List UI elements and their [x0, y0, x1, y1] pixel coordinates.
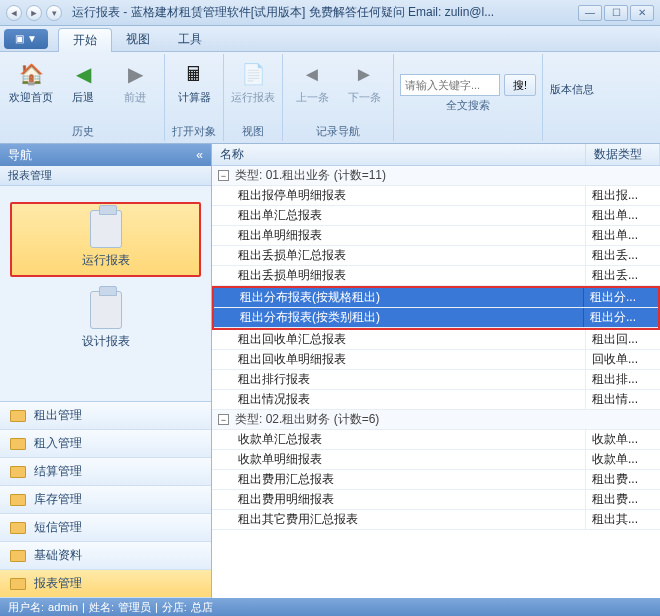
nav-panel: 导航« 报表管理 运行报表 设计报表 租出管理租入管理结算管理库存管理短信管理基… [0, 144, 212, 598]
tab-start[interactable]: 开始 [58, 28, 112, 52]
table-row[interactable]: 租出单汇总报表租出单... [212, 206, 660, 226]
next-icon: ► [350, 60, 378, 88]
window-title: 运行报表 - 蓝格建材租赁管理软件[试用版本] 免费解答任何疑问 Email: … [72, 4, 494, 21]
table-row[interactable]: 租出分布报表(按规格租出)租出分... [214, 288, 658, 308]
nav-item-6[interactable]: 报表管理 [0, 570, 211, 598]
group-row[interactable]: −类型: 01.租出业务 (计数=11) [212, 166, 660, 186]
nav-collapse-icon[interactable]: « [196, 148, 203, 162]
collapse-icon[interactable]: − [218, 414, 229, 425]
folder-icon [10, 578, 26, 590]
report-icon: 📄 [239, 60, 267, 88]
ribbon-group-version: 版本信息 [543, 54, 601, 141]
table-row[interactable]: 租出排行报表租出排... [212, 370, 660, 390]
nav-item-1[interactable]: 租入管理 [0, 430, 211, 458]
version-button[interactable]: 版本信息 [549, 56, 595, 125]
nav-item-2[interactable]: 结算管理 [0, 458, 211, 486]
ribbon-group-recnav: ◄上一条 ►下一条 记录导航 [283, 54, 394, 141]
home-icon: 🏠 [17, 60, 45, 88]
sys-fwd-icon[interactable]: ► [26, 5, 42, 21]
table-row[interactable]: 租出丢损单明细报表租出丢... [212, 266, 660, 286]
app-menu-button[interactable]: ▣ ▼ [4, 29, 48, 49]
card-run-report[interactable]: 运行报表 [10, 202, 201, 277]
folder-icon [10, 466, 26, 478]
folder-icon [10, 550, 26, 562]
ribbon: 🏠欢迎首页 ◀后退 ▶前进 历史 🖩计算器 打开对象 📄运行报表 视图 ◄上一条… [0, 52, 660, 144]
table-row[interactable]: 租出单明细报表租出单... [212, 226, 660, 246]
back-button[interactable]: ◀后退 [60, 56, 106, 122]
nav-accordion: 租出管理租入管理结算管理库存管理短信管理基础资料报表管理 [0, 401, 211, 598]
clipboard-icon [90, 210, 122, 248]
title-bar: ◄ ► ▾ 运行报表 - 蓝格建材租赁管理软件[试用版本] 免费解答任何疑问 E… [0, 0, 660, 26]
tab-view[interactable]: 视图 [112, 28, 164, 52]
forward-icon: ▶ [121, 60, 149, 88]
grid-body: −类型: 01.租出业务 (计数=11)租出报停单明细报表租出报...租出单汇总… [212, 166, 660, 598]
nav-body: 运行报表 设计报表 [0, 186, 211, 401]
grid-header: 名称 数据类型 [212, 144, 660, 166]
table-row[interactable]: 租出分布报表(按类别租出)租出分... [214, 308, 658, 328]
table-row[interactable]: 租出费用明细报表租出费... [212, 490, 660, 510]
table-row[interactable]: 租出费用汇总报表租出费... [212, 470, 660, 490]
back-icon: ◀ [69, 60, 97, 88]
nav-item-5[interactable]: 基础资料 [0, 542, 211, 570]
group-row[interactable]: −类型: 02.租出财务 (计数=6) [212, 410, 660, 430]
calculator-icon: 🖩 [180, 60, 208, 88]
calculator-button[interactable]: 🖩计算器 [171, 56, 217, 122]
table-row[interactable]: 租出报停单明细报表租出报... [212, 186, 660, 206]
prev-icon: ◄ [298, 60, 326, 88]
nav-item-4[interactable]: 短信管理 [0, 514, 211, 542]
ribbon-group-search: 搜! 全文搜索 [394, 54, 543, 141]
sys-down-icon[interactable]: ▾ [46, 5, 62, 21]
welcome-button[interactable]: 🏠欢迎首页 [8, 56, 54, 122]
search-input[interactable] [400, 74, 500, 96]
search-button[interactable]: 搜! [504, 74, 536, 96]
folder-icon [10, 494, 26, 506]
prev-record-button: ◄上一条 [289, 56, 335, 122]
table-row[interactable]: 租出丢损单汇总报表租出丢... [212, 246, 660, 266]
clipboard-icon [90, 291, 122, 329]
col-name[interactable]: 名称 [212, 144, 586, 165]
main-panel: 名称 数据类型 −类型: 01.租出业务 (计数=11)租出报停单明细报表租出报… [212, 144, 660, 598]
next-record-button: ►下一条 [341, 56, 387, 122]
table-row[interactable]: 收款单明细报表收款单... [212, 450, 660, 470]
ribbon-group-view: 📄运行报表 视图 [224, 54, 283, 141]
col-type[interactable]: 数据类型 [586, 144, 660, 165]
maximize-button[interactable]: ☐ [604, 5, 628, 21]
nav-item-0[interactable]: 租出管理 [0, 402, 211, 430]
ribbon-group-history: 🏠欢迎首页 ◀后退 ▶前进 历史 [2, 54, 165, 141]
table-row[interactable]: 租出回收单汇总报表租出回... [212, 330, 660, 350]
ribbon-group-open: 🖩计算器 打开对象 [165, 54, 224, 141]
sys-back-icon[interactable]: ◄ [6, 5, 22, 21]
table-row[interactable]: 租出回收单明细报表回收单... [212, 350, 660, 370]
minimize-button[interactable]: — [578, 5, 602, 21]
tab-tools[interactable]: 工具 [164, 28, 216, 52]
menu-tabs: ▣ ▼ 开始 视图 工具 [0, 26, 660, 52]
status-bar: 用户名:admin | 姓名:管理员 | 分店:总店 [0, 598, 660, 616]
folder-icon [10, 438, 26, 450]
forward-button: ▶前进 [112, 56, 158, 122]
nav-item-3[interactable]: 库存管理 [0, 486, 211, 514]
table-row[interactable]: 租出情况报表租出情... [212, 390, 660, 410]
folder-icon [10, 410, 26, 422]
collapse-icon[interactable]: − [218, 170, 229, 181]
run-report-button: 📄运行报表 [230, 56, 276, 122]
table-row[interactable]: 租出其它费用汇总报表租出其... [212, 510, 660, 530]
card-design-report[interactable]: 设计报表 [10, 291, 201, 350]
table-row[interactable]: 收款单汇总报表收款单... [212, 430, 660, 450]
nav-subheader: 报表管理 [0, 166, 211, 186]
folder-icon [10, 522, 26, 534]
nav-header: 导航« [0, 144, 211, 166]
close-button[interactable]: ✕ [630, 5, 654, 21]
selection-highlight: 租出分布报表(按规格租出)租出分...租出分布报表(按类别租出)租出分... [212, 286, 660, 330]
